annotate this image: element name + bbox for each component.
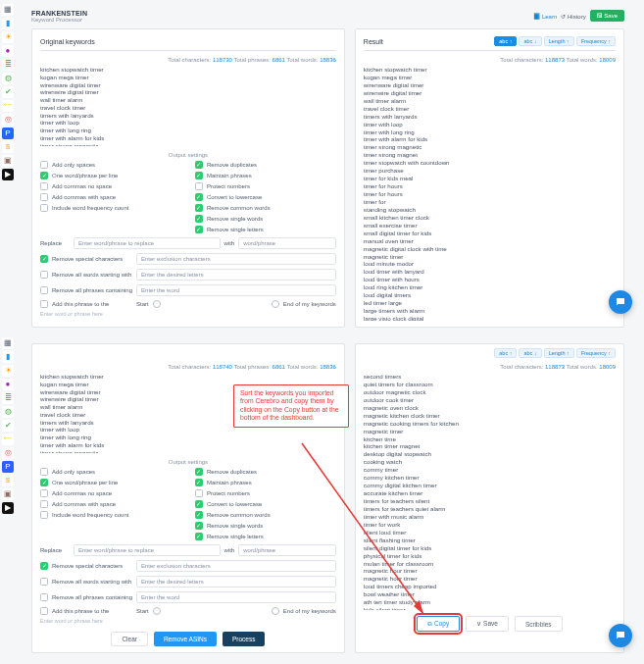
sun-icon[interactable]: ☀ — [2, 31, 14, 43]
chart-icon[interactable]: ⬳ — [2, 434, 14, 445]
setting-add-only-spaces[interactable]: Add only spaces — [40, 468, 181, 476]
setting-remove-common-words[interactable]: Remove common words — [195, 204, 336, 212]
right-stats: Total characters: 118873 Total words: 18… — [364, 55, 616, 66]
row-input[interactable]: Enter the word — [136, 591, 336, 603]
sort-abc-desc[interactable]: abc ↓ — [519, 348, 541, 358]
radio-icon[interactable] — [272, 300, 279, 308]
checkbox-icon[interactable] — [40, 593, 48, 601]
setting-remove-common-words[interactable]: Remove common words — [195, 511, 336, 519]
setting-add-commas-no-space[interactable]: Add commas no space — [40, 182, 181, 190]
radio-start[interactable]: Start — [136, 301, 149, 307]
setting-protect-numbers[interactable]: Protect numbers — [195, 182, 336, 190]
dashboard-icon[interactable]: ▦ — [2, 4, 14, 16]
stripes-icon[interactable]: ≣ — [2, 59, 14, 71]
remove-asins-button[interactable]: Remove ASINs — [154, 632, 217, 646]
chat-launcher[interactable] — [609, 290, 632, 314]
setting-remove-single-words[interactable]: Remove single words — [195, 215, 336, 223]
stripes-icon[interactable]: ≣ — [2, 392, 14, 404]
replace-to-input[interactable]: word/phrase — [238, 544, 336, 556]
dollar-icon[interactable]: $ — [2, 141, 14, 153]
setting-remove-single-words[interactable]: Remove single words — [195, 522, 336, 530]
earth-icon[interactable]: ◍ — [2, 406, 14, 418]
row-input[interactable]: Enter the word — [136, 284, 336, 296]
radio-icon[interactable] — [153, 607, 161, 615]
replace-to-input[interactable]: word/phrase — [238, 237, 336, 249]
sort-abc-asc[interactable]: abc ↑ — [494, 348, 517, 358]
result-list[interactable]: second timersquiet timers for classroomo… — [364, 373, 616, 610]
chart-icon[interactable]: ⬳ — [2, 100, 14, 112]
bars-icon[interactable]: ▮ — [2, 18, 14, 29]
scribbles-button[interactable]: Scribbles — [515, 616, 563, 632]
radio-end[interactable]: End of my keywords — [283, 608, 336, 614]
sort-frequency-asc[interactable]: Frequency ↑ — [576, 348, 616, 358]
dollar-icon[interactable]: $ — [2, 475, 14, 486]
setting-include-word-frequency-count[interactable]: Include word frequency count — [40, 511, 181, 519]
checkbox-icon[interactable] — [40, 271, 48, 279]
target-icon[interactable]: ◎ — [2, 114, 14, 126]
list-item: wirenware digital timer — [40, 81, 336, 89]
cube-icon[interactable]: ▣ — [2, 488, 14, 500]
setting-add-commas-no-space[interactable]: Add commas no space — [40, 489, 181, 497]
setting-one-word-phrase-per-line[interactable]: One word/phrase per line — [40, 172, 181, 179]
check-icon[interactable]: ✔ — [2, 420, 14, 432]
radio-icon[interactable] — [153, 300, 161, 308]
setting-remove-duplicates[interactable]: Remove duplicates — [195, 161, 336, 169]
bars-icon[interactable]: ▮ — [2, 351, 14, 363]
row-input[interactable]: Enter exclusion characters — [136, 560, 336, 572]
sort-length-asc[interactable]: Length ↑ — [544, 36, 574, 46]
earth-icon[interactable]: ◍ — [2, 73, 14, 84]
circle-icon[interactable]: ● — [2, 379, 14, 390]
setting-remove-single-letters[interactable]: Remove single letters — [195, 226, 336, 233]
play-icon[interactable]: ▶ — [2, 502, 14, 514]
row-input[interactable]: Enter exclusion characters — [136, 253, 336, 265]
setting-add-commas-with-space[interactable]: Add commas with space — [40, 193, 181, 201]
sort-abc-asc[interactable]: abc ↑ — [494, 36, 517, 46]
setting-add-commas-with-space[interactable]: Add commas with space — [40, 500, 181, 508]
copy-button[interactable]: ⧉ Copy — [417, 616, 460, 632]
setting-maintain-phrases[interactable]: Maintain phrases — [195, 479, 336, 486]
sort-length-asc[interactable]: Length ↑ — [544, 348, 574, 358]
checkbox-icon[interactable] — [40, 562, 48, 570]
circle-icon[interactable]: ● — [2, 45, 14, 57]
radio-end[interactable]: End of my keywords — [283, 301, 336, 307]
setting-maintain-phrases[interactable]: Maintain phrases — [195, 172, 336, 179]
history-link[interactable]: ↺ History — [561, 13, 585, 20]
setting-include-word-frequency-count[interactable]: Include word frequency count — [40, 204, 181, 212]
p-icon[interactable]: P — [2, 461, 14, 473]
row-input[interactable]: Enter the desired letters — [136, 576, 336, 587]
radio-icon[interactable] — [272, 607, 279, 615]
sun-icon[interactable]: ☀ — [2, 365, 14, 377]
check-icon[interactable]: ✔ — [2, 86, 14, 98]
result-list[interactable]: kitchen stopwatch timerkogan mega timerw… — [364, 66, 616, 321]
checkbox-icon[interactable] — [40, 255, 48, 263]
chat-launcher[interactable] — [609, 624, 632, 647]
replace-from-input[interactable]: Enter word/phrase to replace — [74, 237, 221, 249]
save-button[interactable]: 🖫 Save — [590, 10, 624, 22]
setting-protect-numbers[interactable]: Protect numbers — [195, 489, 336, 497]
replace-from-input[interactable]: Enter word/phrase to replace — [74, 544, 221, 556]
cube-icon[interactable]: ▣ — [2, 155, 14, 167]
sort-abc-desc[interactable]: abc ↓ — [519, 36, 541, 46]
keywords-textarea[interactable]: kitchen stopwatch timerkogan mega timerw… — [40, 66, 336, 146]
row-input[interactable]: Enter the desired letters — [136, 269, 336, 281]
play-icon[interactable]: ▶ — [2, 169, 14, 180]
setting-add-only-spaces[interactable]: Add only spaces — [40, 161, 181, 169]
sort-frequency-asc[interactable]: Frequency ↑ — [576, 36, 616, 46]
radio-start[interactable]: Start — [136, 608, 149, 614]
checkbox-icon[interactable] — [40, 286, 48, 294]
setting-one-word-phrase-per-line[interactable]: One word/phrase per line — [40, 479, 181, 486]
process-button[interactable]: Process — [223, 632, 265, 646]
setting-convert-to-lowercase[interactable]: Convert to lowercase — [195, 193, 336, 201]
dashboard-icon[interactable]: ▦ — [2, 337, 14, 349]
learn-link[interactable]: 📘 Learn — [533, 13, 557, 20]
setting-convert-to-lowercase[interactable]: Convert to lowercase — [195, 500, 336, 508]
p-icon[interactable]: P — [2, 128, 14, 139]
clear-button[interactable]: Clear — [111, 632, 148, 646]
setting-remove-duplicates[interactable]: Remove duplicates — [195, 468, 336, 476]
checkbox-icon[interactable] — [40, 578, 48, 586]
checkbox-icon[interactable] — [40, 300, 48, 308]
setting-remove-single-letters[interactable]: Remove single letters — [195, 533, 336, 540]
checkbox-icon[interactable] — [40, 607, 48, 615]
target-icon[interactable]: ◎ — [2, 447, 14, 459]
save-result-button[interactable]: ∨ Save — [466, 616, 509, 632]
